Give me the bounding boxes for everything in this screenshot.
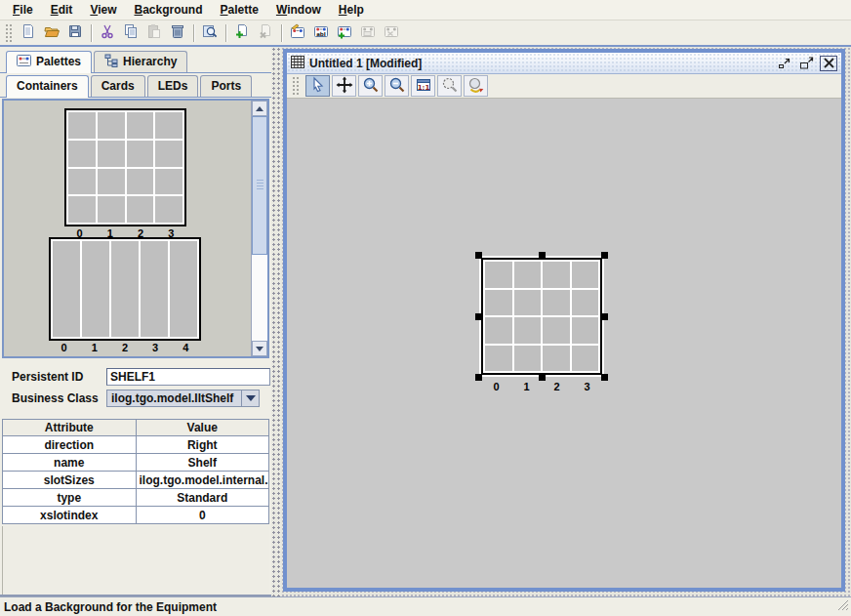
- slot-cell: [98, 169, 125, 195]
- selection-handle[interactable]: [539, 252, 546, 259]
- selection-handle[interactable]: [601, 313, 608, 320]
- scrollbar-track[interactable]: [252, 255, 267, 341]
- selection-handle[interactable]: [475, 252, 482, 259]
- selected-shelf-object[interactable]: 0123: [481, 258, 602, 392]
- tab-hierarchy[interactable]: Hierarchy: [94, 51, 187, 72]
- save-button[interactable]: [63, 22, 87, 44]
- pan-tool-button[interactable]: [332, 75, 356, 97]
- slot-cell: [514, 317, 542, 344]
- palette-scrollbar[interactable]: [251, 101, 267, 356]
- menu-edit[interactable]: Edit: [42, 1, 82, 20]
- cut-icon: [100, 23, 115, 42]
- cut-button[interactable]: [96, 22, 119, 44]
- copy-palette-button: [356, 22, 380, 44]
- new-palette-button[interactable]: [286, 22, 309, 44]
- magnifier-window-icon: [202, 23, 218, 42]
- scroll-up-button[interactable]: [252, 101, 267, 116]
- tab-containers[interactable]: Containers: [6, 75, 89, 97]
- tab-label: Containers: [17, 79, 78, 93]
- toolbar-drag-grip[interactable]: [292, 76, 301, 96]
- copy-button[interactable]: [119, 22, 142, 44]
- table-row[interactable]: slotSizes ilog.tgo.model.internal....: [3, 472, 269, 489]
- menu-view[interactable]: View: [81, 1, 125, 20]
- value-cell[interactable]: 0: [136, 507, 269, 524]
- slot-cell: [98, 141, 125, 167]
- slot-cell: [485, 262, 512, 288]
- menu-background[interactable]: Background: [126, 1, 212, 20]
- menu-palette[interactable]: Palette: [212, 1, 267, 20]
- tab-leds[interactable]: LEDs: [147, 75, 199, 97]
- tab-cards[interactable]: Cards: [91, 75, 145, 97]
- paste-icon: [146, 23, 162, 42]
- selection-handle[interactable]: [539, 374, 546, 381]
- table-row[interactable]: name Shelf: [3, 454, 269, 472]
- tab-label: Hierarchy: [123, 55, 177, 68]
- value-cell[interactable]: Right: [136, 436, 269, 454]
- remove-page-button: [254, 22, 277, 44]
- slot-index-label: 2: [553, 381, 559, 392]
- open-button[interactable]: [40, 22, 63, 44]
- rename-palette-button[interactable]: abI: [309, 22, 333, 44]
- zoom-in-tool-button[interactable]: [358, 75, 383, 97]
- slot-cell: [155, 196, 182, 223]
- value-cell[interactable]: ilog.tgo.model.internal....: [136, 472, 269, 489]
- split-pane-divider[interactable]: [271, 47, 281, 596]
- minimize-button[interactable]: [775, 56, 792, 71]
- value-column-header: Value: [136, 420, 269, 436]
- palette-item-shelf-4x4[interactable]: 0123: [64, 108, 186, 239]
- selection-handle[interactable]: [601, 374, 608, 381]
- window-resize-grip[interactable]: [836, 598, 849, 614]
- zoom-window-button[interactable]: [198, 22, 222, 44]
- copy-palette-icon: [360, 23, 376, 42]
- attribute-cell[interactable]: slotSizes: [3, 472, 137, 489]
- attribute-cell[interactable]: direction: [3, 436, 137, 454]
- zoom-one-to-one-button[interactable]: 1:1: [411, 75, 435, 97]
- maximize-button[interactable]: [797, 56, 815, 71]
- scroll-down-button[interactable]: [252, 341, 267, 356]
- business-class-combobox[interactable]: ilog.tgo.model.IltShelf: [106, 390, 260, 407]
- paste-button: [142, 22, 166, 44]
- slot-cell: [543, 346, 570, 372]
- slot-cell: [98, 196, 125, 223]
- rename-palette-icon: abI: [313, 23, 329, 42]
- tab-palettes[interactable]: Palettes: [6, 51, 92, 72]
- value-cell[interactable]: Standard: [136, 489, 269, 507]
- select-tool-button[interactable]: [305, 75, 330, 97]
- persistent-id-input[interactable]: [106, 368, 270, 386]
- menu-window[interactable]: Window: [267, 1, 330, 20]
- equipment-canvas[interactable]: 0123: [287, 99, 841, 588]
- slot-cell: [485, 346, 512, 372]
- menu-file[interactable]: File: [4, 1, 42, 20]
- table-row[interactable]: xslotindex 0: [3, 507, 269, 524]
- zoom-area-tool-button[interactable]: [437, 75, 462, 97]
- table-row[interactable]: type Standard: [3, 489, 269, 507]
- selection-handle[interactable]: [475, 313, 482, 320]
- menu-help[interactable]: Help: [330, 1, 373, 20]
- toolbar-drag-grip[interactable]: [5, 23, 14, 43]
- value-cell[interactable]: Shelf: [136, 454, 269, 472]
- tab-ports[interactable]: Ports: [200, 75, 252, 97]
- new-document-button[interactable]: [17, 22, 40, 44]
- slot-index-label: 3: [584, 381, 589, 392]
- document-grid-icon: [291, 56, 304, 71]
- add-palette-button[interactable]: [333, 22, 356, 44]
- slot-index-label: 0: [61, 342, 67, 353]
- add-page-button[interactable]: [230, 22, 254, 44]
- attribute-cell[interactable]: xslotindex: [3, 507, 137, 524]
- internal-frame-titlebar[interactable]: Untitled 1 [Modified]: [287, 53, 841, 74]
- close-button[interactable]: [820, 56, 837, 71]
- scrollbar-thumb[interactable]: [252, 116, 267, 255]
- slot-cell: [572, 262, 599, 288]
- combo-dropdown-button[interactable]: [241, 390, 259, 406]
- selection-handle[interactable]: [601, 252, 608, 259]
- slot-index-label: 1: [523, 381, 529, 392]
- palette-item-shelf-5x1[interactable]: 01234: [49, 237, 201, 353]
- attribute-cell[interactable]: name: [3, 454, 137, 472]
- chevron-down-icon: [246, 395, 256, 401]
- delete-button[interactable]: [166, 22, 189, 44]
- attribute-cell[interactable]: type: [3, 489, 137, 507]
- zoom-out-tool-button[interactable]: [385, 75, 409, 97]
- selection-handle[interactable]: [475, 374, 482, 381]
- zoom-reset-tool-button[interactable]: [464, 75, 488, 97]
- table-row[interactable]: direction Right: [3, 436, 269, 454]
